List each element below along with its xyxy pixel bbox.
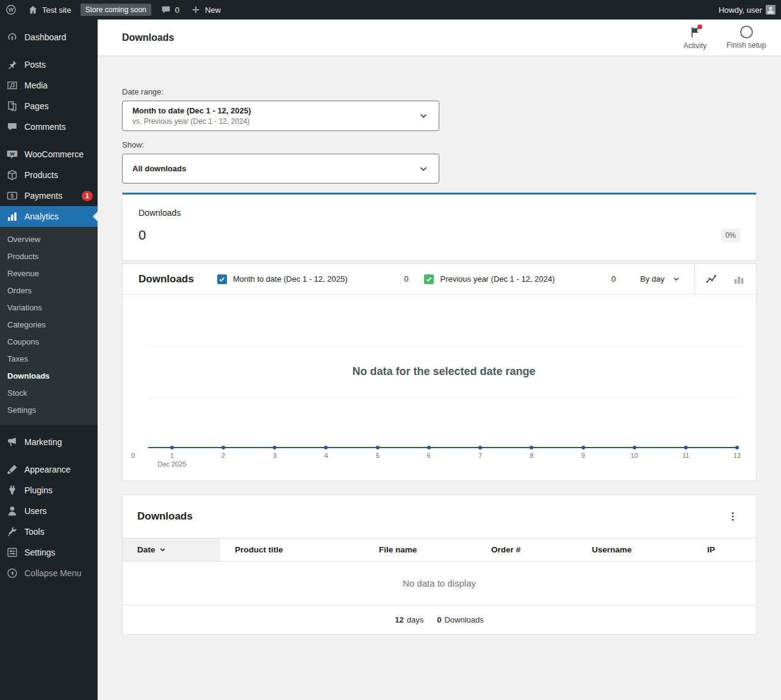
legend-item-previous-period[interactable]: Previous year (Dec 1 - 12, 2024) 0: [419, 264, 627, 294]
analytics-submenu-overview[interactable]: Overview: [0, 231, 98, 248]
flag-icon: [688, 26, 702, 39]
new-content-button[interactable]: New: [185, 0, 226, 20]
analytics-submenu-variations[interactable]: Variations: [0, 299, 98, 316]
column-header-date[interactable]: Date: [123, 538, 220, 562]
chevron-down-icon: [418, 163, 429, 174]
sidebar-item-label: Users: [24, 506, 93, 516]
sidebar-item-label: Appearance: [24, 465, 93, 474]
legend-checkbox[interactable]: [424, 274, 434, 284]
sidebar-item-label: Collapse Menu: [24, 568, 93, 578]
paintbrush-icon: [6, 463, 18, 476]
bar-chart-icon: [6, 210, 18, 223]
column-header-username: Username: [577, 538, 693, 562]
chart-legend: Month to date (Dec 1 - 12, 2025) 0 Previ…: [212, 264, 627, 294]
chart-title: Downloads: [123, 273, 212, 285]
finish-setup-button[interactable]: Finish setup: [722, 23, 770, 52]
comments-admin-bar-button[interactable]: 0: [155, 0, 185, 20]
admin-bar: W Test site Store coming soon 0 New Howd…: [0, 0, 781, 20]
summary-value: 0: [139, 227, 740, 243]
legend-checkbox[interactable]: [217, 274, 227, 284]
payments-count-badge: 1: [82, 191, 93, 201]
megaphone-icon: [6, 436, 18, 448]
coming-soon-badge: Store coming soon: [81, 4, 151, 16]
date-range-select[interactable]: Month to date (Dec 1 - 12, 2025) vs. Pre…: [122, 101, 439, 131]
sidebar-item-analytics[interactable]: Analytics: [0, 206, 98, 227]
x-tick-label: 2: [221, 452, 225, 459]
chart-empty-message: No data for the selected date range: [147, 365, 741, 378]
show-select[interactable]: All downloads: [122, 154, 439, 184]
analytics-submenu: Overview Products Revenue Orders Variati…: [0, 227, 98, 425]
site-name-link[interactable]: Test site: [22, 0, 77, 20]
date-range-label: Date range:: [122, 87, 757, 96]
analytics-submenu-taxes[interactable]: Taxes: [0, 351, 98, 368]
sidebar-item-tools[interactable]: Tools: [0, 521, 98, 542]
sidebar-item-label: Analytics: [24, 212, 93, 221]
analytics-submenu-coupons[interactable]: Coupons: [0, 334, 98, 351]
analytics-submenu-stock[interactable]: Stock: [0, 385, 98, 402]
analytics-submenu-downloads[interactable]: Downloads: [0, 368, 98, 385]
sidebar-item-appearance[interactable]: Appearance: [0, 459, 98, 480]
sidebar-item-media[interactable]: Media: [0, 75, 98, 96]
sidebar-item-posts[interactable]: Posts: [0, 54, 98, 75]
sidebar-item-payments[interactable]: $ Payments 1: [0, 185, 98, 206]
analytics-submenu-revenue[interactable]: Revenue: [0, 265, 98, 282]
sidebar-item-label: Media: [24, 80, 93, 90]
bar-chart-button[interactable]: [727, 267, 751, 291]
notification-dot: [697, 24, 702, 29]
wordpress-logo-icon[interactable]: W: [0, 0, 22, 20]
sidebar-item-label: Dashboard: [24, 32, 93, 42]
legend-value: 0: [404, 274, 408, 284]
home-icon: [27, 4, 38, 15]
sidebar-item-settings[interactable]: Settings: [0, 542, 98, 563]
sidebar-item-label: Pages: [24, 101, 93, 111]
finish-setup-label: Finish setup: [727, 41, 766, 49]
sidebar-item-comments[interactable]: Comments: [0, 116, 98, 137]
x-tick-label: 9: [581, 452, 585, 459]
analytics-submenu-categories[interactable]: Categories: [0, 316, 98, 334]
sidebar-item-marketing[interactable]: Marketing: [0, 432, 98, 452]
analytics-submenu-orders[interactable]: Orders: [0, 282, 98, 299]
chevron-down-icon: [672, 274, 681, 284]
collapse-menu-button[interactable]: Collapse Menu: [0, 563, 98, 584]
chart-plot: No data for the selected date range: [147, 295, 741, 448]
column-header-ip: IP: [693, 538, 756, 562]
sidebar-item-woocommerce[interactable]: W WooCommerce: [0, 144, 98, 165]
howdy-label: Howdy, user: [719, 5, 762, 15]
x-tick-label: 7: [478, 452, 482, 459]
analytics-submenu-settings[interactable]: Settings: [0, 402, 98, 419]
sidebar-item-label: Posts: [24, 60, 93, 70]
sidebar-item-pages[interactable]: Pages: [0, 96, 98, 116]
summary-tile-downloads[interactable]: Downloads 0 0%: [123, 195, 756, 257]
table-summary: 12 days 0 Downloads: [123, 605, 756, 634]
column-header-order: Order #: [477, 538, 577, 562]
days-label: days: [407, 615, 423, 624]
interval-select[interactable]: By day: [627, 264, 694, 294]
x-tick-label: 11: [682, 452, 689, 459]
downloads-label: Downloads: [444, 615, 483, 624]
my-account-menu[interactable]: Howdy, user: [713, 0, 781, 20]
activity-button[interactable]: Activity: [671, 23, 719, 52]
comments-icon: [6, 121, 18, 133]
column-header-file-name: File name: [364, 538, 477, 562]
admin-sidebar: Dashboard Posts Media Pages Comments W W…: [0, 20, 98, 700]
sidebar-item-users[interactable]: Users: [0, 501, 98, 521]
column-header-product-title: Product title: [220, 538, 364, 562]
table-menu-button[interactable]: [724, 508, 741, 525]
sidebar-item-dashboard[interactable]: Dashboard: [0, 27, 98, 48]
avatar: [766, 5, 776, 15]
pin-icon: [6, 59, 18, 71]
analytics-submenu-products[interactable]: Products: [0, 248, 98, 265]
legend-item-current-period[interactable]: Month to date (Dec 1 - 12, 2025) 0: [212, 264, 420, 294]
chart-card: Downloads Month to date (Dec 1 - 12, 202…: [122, 263, 757, 481]
sidebar-item-products[interactable]: Products: [0, 165, 98, 185]
sidebar-item-plugins[interactable]: Plugins: [0, 480, 98, 501]
sidebar-item-label: Tools: [24, 527, 93, 537]
x-tick-label: 10: [631, 452, 638, 459]
sidebar-item-label: WooCommerce: [24, 149, 93, 159]
collapse-arrow-icon: [6, 567, 18, 579]
show-label: Show:: [122, 140, 757, 149]
line-chart-button[interactable]: [700, 267, 724, 291]
progress-circle-icon: [740, 26, 753, 38]
pages-icon: [6, 100, 18, 112]
sidebar-item-label: Payments: [24, 191, 76, 201]
